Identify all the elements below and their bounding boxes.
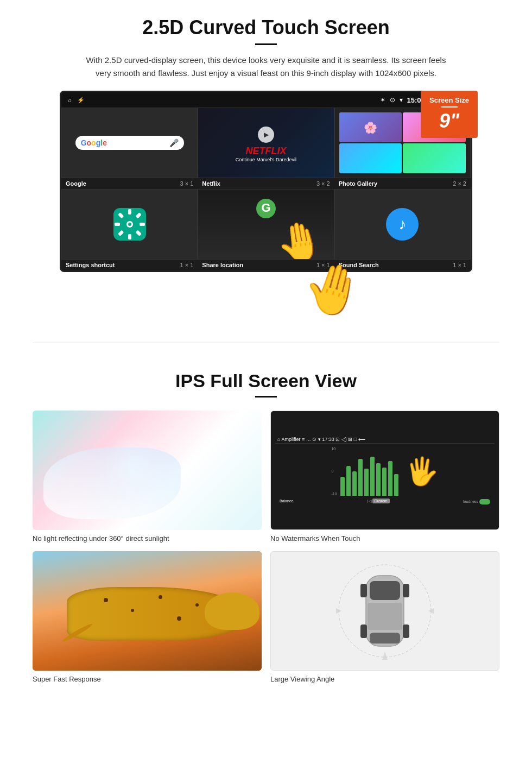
screen-size-badge: Screen Size 9" bbox=[421, 91, 478, 138]
section2-divider bbox=[255, 396, 277, 398]
svg-rect-11 bbox=[368, 603, 402, 630]
car-image bbox=[270, 551, 499, 671]
netflix-logo: NETFLIX bbox=[236, 146, 296, 157]
sunlight-caption: No light reflecting under 360° direct su… bbox=[33, 534, 262, 542]
ips-screen-section: IPS Full Screen View No light reflecting… bbox=[0, 359, 532, 710]
netflix-label-row: Netflix 3 × 2 bbox=[198, 178, 334, 189]
status-bar-left: ⌂ ⚡ bbox=[68, 97, 85, 104]
netflix-label: Netflix bbox=[202, 180, 220, 187]
netflix-content: NETFLIX Continue Marvel's Daredevil bbox=[236, 124, 296, 162]
gallery-grid: 2 × 2 bbox=[453, 180, 466, 187]
share-label: Share location bbox=[202, 262, 243, 268]
gallery-thumb-3 bbox=[339, 143, 402, 173]
netflix-subtitle: Continue Marvel's Daredevil bbox=[236, 157, 296, 162]
badge-divider bbox=[441, 106, 458, 108]
amplifier-card: ⌂ Amplifier ≡ … ⊙ ▾ 17:33 ⊡ ◁) ⊠ □ ⟵ 100… bbox=[270, 411, 499, 542]
home-icon[interactable]: ⌂ bbox=[68, 97, 72, 103]
svg-rect-14 bbox=[403, 584, 409, 597]
section1-description: With 2.5D curved-display screen, this de… bbox=[81, 54, 451, 80]
google-logo: Google bbox=[81, 138, 107, 147]
hand-pointer-area: 🤚 bbox=[60, 272, 472, 316]
amplifier-caption: No Watermarks When Touch bbox=[270, 534, 499, 542]
car-svg bbox=[336, 557, 434, 665]
amplifier-image: ⌂ Amplifier ≡ … ⊙ ▾ 17:33 ⊡ ◁) ⊠ □ ⟵ 100… bbox=[270, 411, 499, 530]
sunlight-image bbox=[33, 411, 262, 530]
play-button[interactable] bbox=[258, 127, 274, 143]
settings-app-cell[interactable] bbox=[61, 189, 198, 260]
sound-grid: 1 × 1 bbox=[453, 262, 466, 268]
location-icon: ⊙ bbox=[390, 96, 395, 104]
music-note-icon: ♪ bbox=[386, 208, 419, 241]
car-card: Large Viewing Angle bbox=[270, 551, 499, 683]
wifi-icon: ▾ bbox=[400, 96, 403, 104]
section2-title: IPS Full Screen View bbox=[33, 370, 499, 392]
svg-text:G: G bbox=[261, 201, 270, 215]
svg-marker-17 bbox=[382, 652, 388, 660]
svg-rect-12 bbox=[370, 633, 400, 644]
settings-grid: 1 × 1 bbox=[180, 262, 194, 268]
badge-size: 9" bbox=[429, 110, 469, 133]
gallery-label: Photo Gallery bbox=[339, 180, 378, 187]
section-divider bbox=[33, 343, 499, 343]
svg-rect-16 bbox=[403, 624, 409, 638]
car-diagram bbox=[336, 557, 434, 665]
google-label-row: Google 3 × 1 bbox=[61, 178, 198, 189]
app-grid-row2: G 🤚 ♪ bbox=[61, 189, 471, 260]
google-label: Google bbox=[66, 180, 86, 187]
mic-icon[interactable]: 🎤 bbox=[169, 138, 179, 147]
share-app-cell[interactable]: G 🤚 bbox=[198, 189, 334, 260]
amp-screen-display: ⌂ Amplifier ≡ … ⊙ ▾ 17:33 ⊡ ◁) ⊠ □ ⟵ 100… bbox=[271, 411, 499, 529]
settings-icon bbox=[113, 208, 146, 241]
cheetah-card: Super Fast Response bbox=[33, 551, 262, 683]
cheetah-image bbox=[33, 551, 262, 671]
status-bar: ⌂ ⚡ ✶ ⊙ ▾ 15:06 ⊡ ◁) ⊠ □ bbox=[61, 92, 471, 108]
svg-rect-10 bbox=[370, 581, 400, 600]
sunlight-card: No light reflecting under 360° direct su… bbox=[33, 411, 262, 542]
google-grid: 3 × 1 bbox=[180, 180, 194, 187]
car-caption: Large Viewing Angle bbox=[270, 675, 499, 683]
feature-image-grid: No light reflecting under 360° direct su… bbox=[33, 411, 499, 683]
section1-title: 2.5D Curved Touch Screen bbox=[33, 16, 499, 39]
device-wrapper: Screen Size 9" ⌂ ⚡ ✶ ⊙ ▾ 15:06 ⊡ ◁) ⊠ bbox=[60, 91, 472, 316]
app-labels-row1: Google 3 × 1 Netflix 3 × 2 Photo Gallery… bbox=[61, 178, 471, 189]
curved-touch-screen-section: 2.5D Curved Touch Screen With 2.5D curve… bbox=[0, 0, 532, 326]
settings-label-row: Settings shortcut 1 × 1 bbox=[61, 260, 198, 270]
cheetah-caption: Super Fast Response bbox=[33, 675, 262, 683]
bluetooth-icon: ✶ bbox=[380, 96, 385, 104]
google-search-bar[interactable]: Google 🎤 bbox=[75, 136, 184, 150]
svg-point-5 bbox=[128, 223, 131, 226]
sound-app-cell[interactable]: ♪ bbox=[334, 189, 471, 260]
gallery-thumb-4 bbox=[403, 143, 466, 173]
title-divider bbox=[255, 43, 277, 45]
netflix-grid: 3 × 2 bbox=[316, 180, 330, 187]
app-labels-row2: Settings shortcut 1 × 1 Share location 1… bbox=[61, 260, 471, 270]
svg-rect-13 bbox=[360, 584, 367, 597]
usb-icon: ⚡ bbox=[77, 97, 85, 104]
svg-rect-2 bbox=[128, 209, 131, 215]
app-grid-row1: Google 🎤 NETFLIX Continue Marvel's Dared… bbox=[61, 108, 471, 178]
netflix-app-cell[interactable]: NETFLIX Continue Marvel's Daredevil bbox=[198, 108, 334, 178]
gallery-label-row: Photo Gallery 2 × 2 bbox=[334, 178, 471, 189]
gallery-thumb-1: 🌸 bbox=[339, 112, 402, 142]
svg-rect-15 bbox=[360, 624, 367, 638]
badge-title: Screen Size bbox=[429, 96, 469, 104]
google-app-cell[interactable]: Google 🎤 bbox=[61, 108, 198, 178]
hand-touch-icon: 🤚 bbox=[272, 216, 326, 260]
settings-label: Settings shortcut bbox=[66, 262, 115, 268]
device-screen: ⌂ ⚡ ✶ ⊙ ▾ 15:06 ⊡ ◁) ⊠ □ bbox=[60, 91, 472, 272]
svg-marker-18 bbox=[336, 608, 341, 614]
